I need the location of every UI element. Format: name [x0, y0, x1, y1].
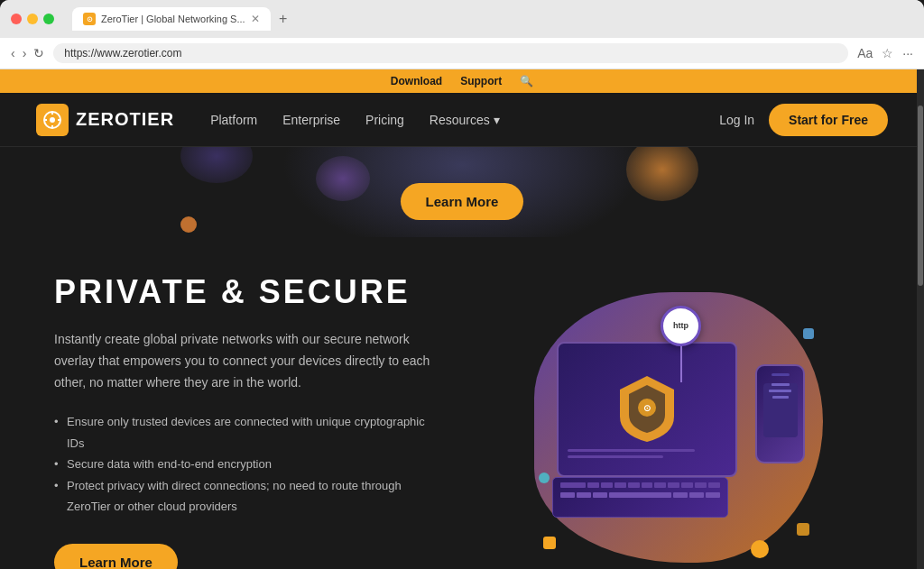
- address-bar: ‹ › ↻ Aa ☆ ···: [0, 38, 924, 69]
- private-secure-section: PRIVATE & SECURE Instantly create global…: [0, 237, 924, 569]
- nav-actions: Log In Start for Free: [719, 104, 888, 136]
- list-item: Secure data with end-to-end encryption: [54, 454, 433, 474]
- feature-learn-more-button[interactable]: Learn More: [54, 544, 178, 569]
- nav-pricing[interactable]: Pricing: [365, 113, 404, 127]
- dot-accent-1: [180, 216, 197, 233]
- feature-illustration: http ⊙: [487, 292, 870, 563]
- feature-title: PRIVATE & SECURE: [54, 273, 433, 311]
- phone-speaker: [772, 373, 790, 376]
- shield-container: ⊙: [615, 372, 679, 447]
- http-label: http: [673, 321, 688, 330]
- list-item: Ensure only trusted devices are connecte…: [54, 411, 433, 454]
- minimize-button[interactable]: [27, 14, 38, 24]
- announcement-bar: Download Support 🔍: [0, 69, 924, 93]
- close-button[interactable]: [11, 14, 22, 24]
- phone: [755, 364, 805, 463]
- tab-favicon: ⊙: [83, 13, 96, 25]
- cube-accent-2: [797, 523, 809, 536]
- hero-learn-more: Learn More: [401, 183, 524, 220]
- phone-screen: [763, 383, 798, 437]
- blob-decoration-3: [626, 147, 698, 201]
- new-tab-button[interactable]: +: [274, 10, 292, 28]
- dot-accent-2: [539, 473, 550, 483]
- main-nav: ZEROTIER Platform Enterprise Pricing Res…: [0, 93, 924, 147]
- toolbar-icons: Aa ☆ ···: [857, 46, 913, 60]
- tab-title: ZeroTier | Global Networking S...: [101, 14, 245, 24]
- titlebar: ⊙ ZeroTier | Global Networking S... ✕ +: [0, 0, 924, 38]
- zerotier-logo-svg: [42, 110, 62, 130]
- svg-text:⊙: ⊙: [643, 403, 651, 413]
- login-button[interactable]: Log In: [719, 113, 754, 127]
- tab-close-button[interactable]: ✕: [251, 13, 260, 25]
- nav-resources[interactable]: Resources ▾: [430, 113, 500, 127]
- support-link[interactable]: Support: [460, 75, 502, 87]
- search-icon[interactable]: 🔍: [520, 75, 533, 87]
- scrollbar[interactable]: [917, 69, 924, 569]
- keyboard-keys-2: [553, 492, 727, 498]
- maximize-button[interactable]: [43, 14, 54, 24]
- logo-icon: [36, 104, 69, 136]
- logo-text: ZEROTIER: [76, 109, 174, 130]
- keyboard-keys: [553, 478, 727, 492]
- reload-button[interactable]: ↻: [33, 46, 44, 60]
- bookmark-icon[interactable]: ☆: [882, 46, 893, 60]
- logo[interactable]: ZEROTIER: [36, 104, 174, 136]
- cube-accent-3: [803, 328, 814, 339]
- http-badge: http: [661, 306, 701, 346]
- scrollbar-thumb[interactable]: [918, 106, 923, 286]
- shield-svg: ⊙: [615, 372, 679, 444]
- nav-platform[interactable]: Platform: [210, 113, 257, 127]
- nav-links: Platform Enterprise Pricing Resources ▾: [210, 113, 719, 127]
- http-pole: [680, 346, 682, 382]
- feature-description: Instantly create global private networks…: [54, 329, 433, 393]
- keyboard: [552, 477, 728, 518]
- reader-icon[interactable]: Aa: [857, 46, 873, 60]
- cube-accent-1: [543, 537, 556, 549]
- nav-enterprise[interactable]: Enterprise: [282, 113, 340, 127]
- resources-label: Resources: [430, 113, 490, 127]
- forward-button[interactable]: ›: [23, 46, 27, 60]
- monitor: ⊙: [557, 342, 737, 477]
- website-content: Download Support 🔍 ZEROTIER Platform Ent…: [0, 69, 924, 569]
- download-link[interactable]: Download: [391, 75, 442, 87]
- resources-dropdown-icon: ▾: [494, 113, 500, 127]
- back-button[interactable]: ‹: [11, 46, 15, 60]
- address-input[interactable]: [53, 43, 848, 63]
- hero-learn-more-button[interactable]: Learn More: [401, 183, 524, 220]
- http-badge-container: http: [661, 306, 701, 382]
- feature-text: PRIVATE & SECURE Instantly create global…: [54, 273, 433, 569]
- browser-window: ⊙ ZeroTier | Global Networking S... ✕ + …: [0, 0, 924, 69]
- blob-decoration-1: [180, 147, 253, 183]
- traffic-lights: [11, 14, 54, 24]
- screen-content: [568, 449, 726, 462]
- start-free-button[interactable]: Start for Free: [769, 104, 888, 136]
- feature-list: Ensure only trusted devices are connecte…: [54, 411, 433, 517]
- hero-section: Learn More: [0, 147, 924, 237]
- iso-illustration: http ⊙: [534, 292, 823, 563]
- list-item: Protect privacy with direct connections;…: [54, 475, 433, 518]
- blob-decoration-2: [316, 156, 370, 201]
- more-icon[interactable]: ···: [902, 46, 913, 60]
- tab-bar: ⊙ ZeroTier | Global Networking S... ✕ +: [72, 7, 913, 31]
- active-tab[interactable]: ⊙ ZeroTier | Global Networking S... ✕: [72, 7, 271, 31]
- svg-point-1: [50, 117, 55, 123]
- nav-buttons: ‹ › ↻: [11, 46, 44, 60]
- dot-accent-orange: [751, 540, 769, 558]
